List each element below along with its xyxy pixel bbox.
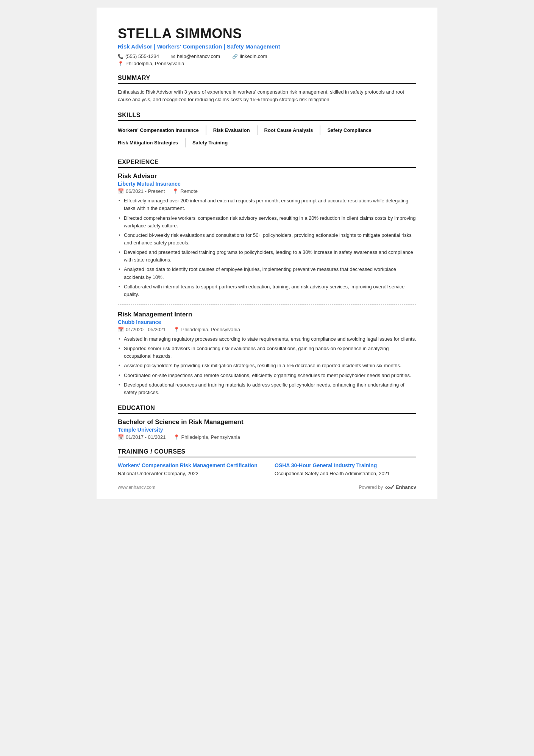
footer-website: www.enhancv.com <box>118 485 155 490</box>
education-section: EDUCATION Bachelor of Science in Risk Ma… <box>118 405 416 440</box>
company-name-1: Liberty Mutual Insurance <box>118 181 416 187</box>
training-title-1: Workers' Compensation Risk Management Ce… <box>118 462 259 470</box>
candidate-title: Risk Advisor | Workers' Compensation | S… <box>118 43 416 50</box>
bullet-2-4: Coordinated on-site inspections and remo… <box>118 372 416 379</box>
job-title-1: Risk Advisor <box>118 172 416 180</box>
edu-meta: 📅 01/2017 - 01/2021 📍 Philadelphia, Penn… <box>118 434 416 440</box>
bullet-2-1: Assisted in managing regulatory processe… <box>118 335 416 343</box>
phone-icon: 📞 <box>118 54 123 59</box>
calendar-icon-2: 📅 <box>118 327 124 332</box>
phone-contact: 📞 (555) 555-1234 <box>118 53 159 59</box>
edu-location: 📍 Philadelphia, Pennsylvania <box>173 434 240 440</box>
job-title-2: Risk Management Intern <box>118 311 416 318</box>
bullet-1-1: Effectively managed over 200 internal an… <box>118 197 416 212</box>
bullet-1-6: Collaborated with internal teams to supp… <box>118 283 416 298</box>
experience-section: EXPERIENCE Risk Advisor Liberty Mutual I… <box>118 159 416 396</box>
link-icon: 🔗 <box>232 54 238 59</box>
powered-by-text: Powered by <box>359 485 383 490</box>
training-title: TRAINING / COURSES <box>118 448 416 457</box>
resume-page: STELLA SIMMONS Risk Advisor | Workers' C… <box>97 8 437 499</box>
bullet-1-2: Directed comprehensive workers' compensa… <box>118 214 416 230</box>
bullet-2-2: Supported senior risk advisors in conduc… <box>118 345 416 360</box>
bullet-1-4: Developed and presented tailored trainin… <box>118 249 416 264</box>
location-icon: 📍 <box>118 61 123 66</box>
skill-safety-compliance: Safety Compliance <box>327 125 378 135</box>
training-title-2: OSHA 30-Hour General Industry Training <box>275 462 416 470</box>
location-icon-1: 📍 <box>172 188 178 194</box>
training-item-1: Workers' Compensation Risk Management Ce… <box>118 462 259 476</box>
linkedin-contact[interactable]: 🔗 linkedin.com <box>232 53 267 59</box>
education-title: EDUCATION <box>118 405 416 414</box>
bullet-2-5: Developed educational resources and trai… <box>118 381 416 396</box>
page-footer: www.enhancv.com Powered by ∞✓ Enhancv <box>118 483 416 491</box>
edu-dates: 📅 01/2017 - 01/2021 <box>118 434 166 440</box>
calendar-icon-edu: 📅 <box>118 434 124 440</box>
footer-brand: Powered by ∞✓ Enhancv <box>359 483 416 491</box>
edu-degree: Bachelor of Science in Risk Management <box>118 418 416 426</box>
skill-risk-mitigation: Risk Mitigation Strategies <box>118 138 186 147</box>
summary-text: Enthusiastic Risk Advisor with 3 years o… <box>118 88 416 103</box>
job-block-2: Risk Management Intern Chubb Insurance 📅… <box>118 311 416 396</box>
training-org-2: Occupational Safety and Health Administr… <box>275 471 416 476</box>
location-icon-2: 📍 <box>173 327 180 332</box>
email-address: help@enhancv.com <box>177 53 220 59</box>
training-grid: Workers' Compensation Risk Management Ce… <box>118 462 416 476</box>
skills-title: SKILLS <box>118 112 416 121</box>
phone-number: (555) 555-1234 <box>125 53 159 59</box>
job-bullets-1: Effectively managed over 200 internal an… <box>118 197 416 298</box>
skill-safety-training: Safety Training <box>192 138 234 147</box>
location-text: Philadelphia, Pennsylvania <box>125 61 184 66</box>
location-icon-edu: 📍 <box>173 434 180 440</box>
skills-section: SKILLS Workers' Compensation Insurance R… <box>118 112 416 150</box>
skill-root-cause: Root Cause Analysis <box>264 125 321 135</box>
skills-row-1: Workers' Compensation Insurance Risk Eva… <box>118 125 416 138</box>
job-bullets-2: Assisted in managing regulatory processe… <box>118 335 416 396</box>
calendar-icon-1: 📅 <box>118 188 124 194</box>
brand-name: Enhancv <box>396 484 416 490</box>
bullet-1-5: Analyzed loss data to identify root caus… <box>118 266 416 281</box>
job-location-1: 📍 Remote <box>172 188 198 194</box>
job-block-1: Risk Advisor Liberty Mutual Insurance 📅 … <box>118 172 416 298</box>
logo-icon: ∞✓ <box>385 483 394 491</box>
email-contact: ✉ help@enhancv.com <box>171 53 220 59</box>
skill-risk-eval: Risk Evaluation <box>213 125 258 135</box>
training-org-1: National Underwriter Company, 2022 <box>118 471 259 476</box>
job-meta-2: 📅 01/2020 - 05/2021 📍 Philadelphia, Penn… <box>118 327 416 332</box>
job-dates-1: 📅 06/2021 - Present <box>118 188 165 194</box>
skills-row-2: Risk Mitigation Strategies Safety Traini… <box>118 138 416 150</box>
candidate-name: STELLA SIMMONS <box>118 26 416 42</box>
job-dates-2: 📅 01/2020 - 05/2021 <box>118 327 166 332</box>
edu-school: Temple University <box>118 427 416 433</box>
bullet-2-3: Assisted policyholders by providing risk… <box>118 362 416 369</box>
linkedin-url: linkedin.com <box>240 53 267 59</box>
skill-workers-comp: Workers' Compensation Insurance <box>118 125 206 135</box>
contact-row: 📞 (555) 555-1234 ✉ help@enhancv.com 🔗 li… <box>118 53 416 59</box>
experience-title: EXPERIENCE <box>118 159 416 168</box>
training-item-2: OSHA 30-Hour General Industry Training O… <box>275 462 416 476</box>
bullet-1-3: Conducted bi-weekly risk evaluations and… <box>118 232 416 247</box>
summary-section: SUMMARY Enthusiastic Risk Advisor with 3… <box>118 75 416 103</box>
location-row: 📍 Philadelphia, Pennsylvania <box>118 61 416 66</box>
training-section: TRAINING / COURSES Workers' Compensation… <box>118 448 416 476</box>
job-meta-1: 📅 06/2021 - Present 📍 Remote <box>118 188 416 194</box>
summary-title: SUMMARY <box>118 75 416 84</box>
email-icon: ✉ <box>171 54 175 59</box>
job-location-2: 📍 Philadelphia, Pennsylvania <box>173 327 240 332</box>
company-name-2: Chubb Insurance <box>118 319 416 325</box>
job-divider <box>118 304 416 305</box>
header: STELLA SIMMONS Risk Advisor | Workers' C… <box>118 26 416 66</box>
enhancv-logo: ∞✓ Enhancv <box>385 483 416 491</box>
